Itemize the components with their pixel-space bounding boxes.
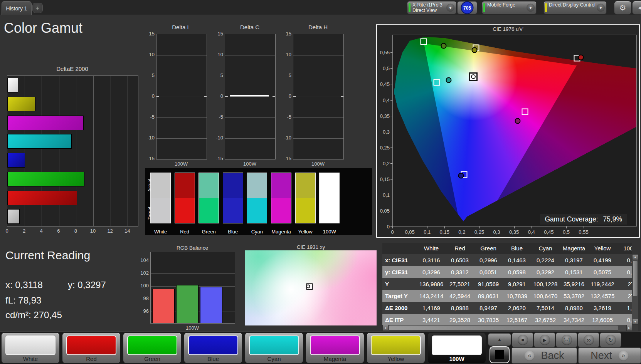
stop-button[interactable]: ■ (512, 332, 533, 347)
table-header-cell: Yellow (588, 243, 617, 254)
scroll-left-button[interactable]: ◄ (382, 325, 388, 331)
display-control-label: Direct Display Control (549, 2, 596, 8)
bank-tile-red[interactable]: Red (62, 333, 120, 363)
rgb-bar-green (176, 285, 199, 323)
table-cell: 0,6051 (474, 266, 503, 278)
swatch-label: Green (199, 229, 219, 235)
meter-dropdown[interactable]: X-Rite i1Pro 3 Direct View ▼ (407, 1, 456, 14)
x-tick (566, 226, 567, 228)
table-cell: 29,3528 (446, 314, 474, 325)
y-tick-label: 0,15 (380, 176, 390, 182)
table-cell: 12,6005 (588, 314, 617, 325)
swatch-label: Magenta (271, 229, 291, 235)
pattern-window-button[interactable] (490, 346, 510, 363)
actual-swatch (296, 173, 315, 198)
stop-icon: ■ (518, 335, 528, 345)
table-cell: 89,8631 (474, 290, 503, 302)
bank-tile-blue[interactable]: Blue (184, 333, 242, 363)
refresh-button[interactable]: ↻ (600, 332, 621, 347)
delta-y-tick-label: 15 (281, 31, 291, 37)
deltae-x-tick-label: 10 (90, 228, 96, 234)
back-button[interactable]: « Back (511, 347, 577, 364)
actual-swatch (271, 173, 291, 198)
table-vscrollbar[interactable]: ▲ ▼ (632, 254, 638, 325)
deltae-x-tick-label: 12 (107, 228, 113, 234)
delta-x-label: 100W (293, 161, 343, 167)
bank-swatch (66, 335, 116, 355)
x-tick-label: 0,25 (474, 229, 484, 235)
settings-button[interactable]: ⚙ (614, 1, 631, 15)
table-cell: 0,3116 (417, 254, 446, 266)
table-cell: 12,5167 (503, 314, 531, 325)
y-tick-label: 0 (387, 224, 390, 230)
bank-tile-yellow[interactable]: Yellow (367, 333, 425, 363)
y-tick-label: 0,55 (380, 50, 390, 55)
table-cell: 30,7835 (474, 314, 503, 325)
rgb-balance-x-label: 100W (150, 325, 234, 331)
bank-tile-100w[interactable]: 100W (428, 333, 486, 363)
table-header-cell: Green (474, 243, 503, 254)
scroll-down-button[interactable]: ▼ (632, 319, 638, 325)
bank-tile-cyan[interactable]: Cyan (245, 333, 303, 363)
zero-tick (225, 96, 228, 97)
rgb-balance-plot-area (150, 252, 235, 324)
continuous-button[interactable]: ∞ (578, 332, 599, 347)
swatch-column-cyan: Cyan (247, 173, 267, 223)
swatch-label: Cyan (247, 229, 267, 235)
table-hscrollbar[interactable]: ◄ ► (382, 325, 632, 331)
table-cell: 8,0988 (446, 302, 474, 314)
tab-history-1[interactable]: History 1 (2, 1, 32, 15)
play-button[interactable]: ▶ (534, 332, 555, 347)
table-header-row: WhiteRedGreenBlueCyanMagentaYellow100W (382, 243, 632, 254)
scroll-right-button[interactable]: ► (626, 325, 632, 331)
scroll-up-button[interactable]: ▲ (632, 254, 638, 260)
gamut-coverage-readout: Gamut Coverage: 75,9% (540, 214, 627, 225)
delta-h-chart: Delta H151050-5-10-15100W (281, 24, 343, 166)
next-button[interactable]: Next » (578, 347, 641, 364)
rgb-y-tick-label: 104 (140, 257, 149, 263)
deltae-x-tick-label: 4 (40, 228, 43, 234)
meter-line2: Direct View (412, 8, 437, 13)
cie-marker-cyan-actual (446, 77, 451, 83)
meter-line1: X-Rite i1Pro 3 (412, 2, 442, 8)
deltae-bar-100w (7, 78, 18, 92)
rgb-bar-red (152, 289, 175, 324)
next-button-label: Next (591, 350, 612, 362)
rgb-balance-y-axis: 1041021009896 (136, 252, 149, 323)
add-tab-button[interactable]: + (32, 3, 43, 13)
hscroll-thumb[interactable] (389, 325, 618, 330)
bank-tile-white[interactable]: White (2, 333, 59, 363)
table-cell: 1,4169 (417, 302, 446, 314)
x-tick (410, 226, 410, 228)
continuous-icon: ∞ (584, 335, 594, 345)
table-cell: 1,2 (617, 302, 632, 314)
table-cell: 7,5014 (531, 302, 560, 314)
swatch-stack (247, 173, 267, 223)
bank-tile-magenta[interactable]: Magenta (306, 333, 364, 363)
deltae-chart-title: DeltaE 2000 (7, 65, 138, 72)
source-label: Mobile Forge (487, 2, 526, 8)
pattern-size-icon: [↔] (562, 335, 572, 345)
x-tick-label: 0,05 (405, 229, 414, 235)
table-cell: 0,3 (617, 266, 632, 278)
display-control-dropdown[interactable]: Direct Display Control ▼ (543, 1, 607, 14)
target-swatch (247, 198, 267, 223)
target-swatch (320, 198, 339, 223)
source-dropdown[interactable]: Mobile Forge ▼ (482, 1, 537, 14)
bank-tile-green[interactable]: Green (123, 333, 181, 363)
meter-count-button[interactable]: 705 (457, 1, 477, 14)
pattern-size-button[interactable]: [↔] (556, 332, 577, 347)
vscroll-thumb[interactable] (633, 261, 638, 296)
table-header-cell: Blue (503, 243, 531, 254)
delta-x-label: 100W (225, 161, 275, 167)
delta-gridline (293, 117, 343, 118)
delta-y-tick-label: 0 (145, 93, 155, 99)
delta-y-tick-label: 5 (145, 72, 155, 78)
table-cell: 119,2442 (588, 278, 617, 290)
bank-up-button[interactable]: ▲ (488, 333, 511, 346)
collapse-panel-button[interactable]: ◀ (632, 1, 641, 15)
delta-y-tick-label: 5 (213, 72, 223, 78)
x-tick-label: 0,35 (509, 229, 519, 235)
delta-y-tick-label: -15 (281, 156, 291, 161)
x-tick (479, 226, 479, 228)
